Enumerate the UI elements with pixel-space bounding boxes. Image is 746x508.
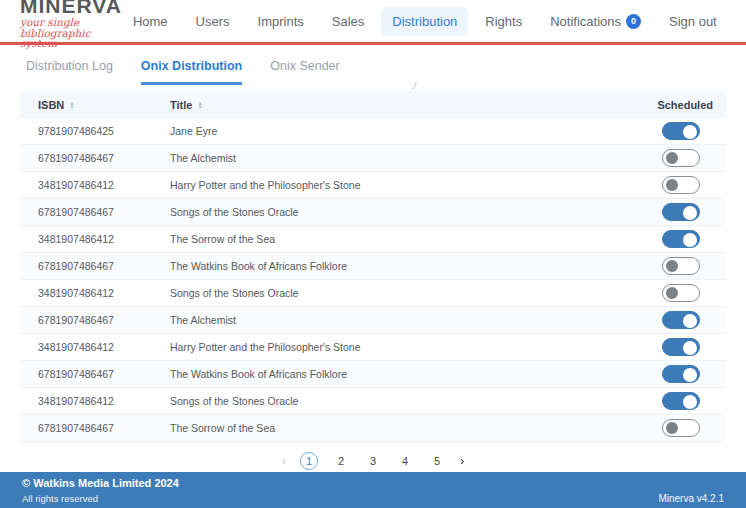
sort-icon[interactable]: ▲▼ [197, 101, 202, 109]
toggle-knob [683, 395, 697, 409]
toggle-knob [666, 260, 678, 272]
column-header-isbn[interactable]: ISBN ▲▼ [20, 99, 170, 111]
table-row: 3481907486412 Harry Potter and the Philo… [20, 172, 726, 199]
nav-item[interactable]: Home [122, 7, 179, 36]
title-cell: The Watkins Book of Africans Folklore [170, 368, 636, 380]
scheduled-cell [636, 257, 726, 275]
nav-item[interactable]: Imprints [247, 7, 315, 36]
scheduled-toggle[interactable] [662, 230, 700, 248]
table-row: 6781907486467 The Watkins Book of Africa… [20, 361, 726, 388]
app-logo: MINERVA your single bibliographic system [20, 0, 122, 49]
pagination-prev-icon[interactable]: ‹ [282, 452, 286, 470]
scheduled-cell [636, 176, 726, 194]
nav-item[interactable]: Rights [474, 7, 533, 36]
scheduled-toggle[interactable] [662, 203, 700, 221]
scheduled-toggle[interactable] [662, 311, 700, 329]
table-row: 9781907486425 Jane Eyre [20, 118, 726, 145]
title-cell: Songs of the Stones Oracle [170, 206, 636, 218]
isbn-cell: 6781907486467 [20, 368, 170, 380]
app-header: MINERVA your single bibliographic system… [0, 0, 746, 45]
scheduled-toggle[interactable] [662, 149, 700, 167]
table-row: 6781907486467 The Watkins Book of Africa… [20, 253, 726, 280]
scheduled-cell [636, 230, 726, 248]
sort-icon[interactable]: ▲▼ [69, 101, 74, 109]
nav-item[interactable]: Sign out [658, 7, 728, 36]
nav-item-label: Distribution [392, 14, 457, 29]
scheduled-toggle[interactable] [662, 392, 700, 410]
title-cell: The Sorrow of the Sea [170, 233, 636, 245]
footer-rights: All rights reserved [22, 493, 179, 504]
nav-item-label: Home [133, 14, 168, 29]
footer-left: © Watkins Media Limited 2024 All rights … [22, 477, 179, 504]
notifications-count-badge: 0 [626, 14, 641, 29]
main-nav: Home Users Imprints Sales Distribution [122, 7, 728, 36]
nav-item-label: Users [196, 14, 230, 29]
isbn-cell: 9781907486425 [20, 125, 170, 137]
scheduled-toggle[interactable] [662, 365, 700, 383]
nav-item[interactable]: Sales [321, 7, 376, 36]
isbn-cell: 3481907486412 [20, 179, 170, 191]
logo-tagline: your single bibliographic system [20, 17, 122, 49]
scheduled-toggle[interactable] [662, 338, 700, 356]
scheduled-toggle[interactable] [662, 176, 700, 194]
footer-version: Minerva v4.2.1 [658, 493, 724, 504]
scheduled-cell [636, 419, 726, 437]
title-cell: Harry Potter and the Philosopher's Stone [170, 341, 636, 353]
tab[interactable]: Distribution Log [26, 59, 113, 85]
isbn-cell: 6781907486467 [20, 152, 170, 164]
nav-item[interactable]: Distribution [381, 7, 468, 36]
toggle-knob [683, 233, 697, 247]
scheduled-cell [636, 149, 726, 167]
title-cell: Jane Eyre [170, 125, 636, 137]
isbn-cell: 6781907486467 [20, 260, 170, 272]
table-row: 3481907486412 Songs of the Stones Oracle [20, 280, 726, 307]
nav-item-label: Rights [485, 14, 522, 29]
scheduled-toggle[interactable] [662, 257, 700, 275]
isbn-cell: 3481907486412 [20, 395, 170, 407]
nav-item-label: Sign out [669, 14, 717, 29]
toggle-knob [666, 179, 678, 191]
logo-title: MINERVA [20, 0, 122, 16]
column-header-title-label: Title [170, 99, 192, 111]
toggle-knob [683, 341, 697, 355]
toggle-knob [683, 206, 697, 220]
pagination-page-button[interactable]: 4 [396, 452, 414, 470]
isbn-cell: 6781907486467 [20, 422, 170, 434]
stray-slash-artifact: / [413, 81, 416, 92]
pagination-page-button[interactable]: 2 [332, 452, 350, 470]
toggle-knob [666, 287, 678, 299]
title-cell: Harry Potter and the Philosopher's Stone [170, 179, 636, 191]
table-row: 6781907486467 Songs of the Stones Oracle [20, 199, 726, 226]
table-header-row: ISBN ▲▼ Title ▲▼ Scheduled [20, 91, 726, 118]
toggle-knob [666, 152, 678, 164]
toggle-knob [666, 422, 678, 434]
column-header-title[interactable]: Title ▲▼ [170, 99, 636, 111]
title-cell: Songs of the Stones Oracle [170, 395, 636, 407]
isbn-cell: 3481907486412 [20, 341, 170, 353]
toggle-knob [683, 125, 697, 139]
scheduled-cell [636, 311, 726, 329]
tab[interactable]: Onix Sender [270, 59, 339, 85]
pagination-page-button[interactable]: 5 [428, 452, 446, 470]
toggle-knob [683, 314, 697, 328]
app-footer: © Watkins Media Limited 2024 All rights … [0, 472, 746, 508]
nav-item[interactable]: Users [185, 7, 241, 36]
scheduled-toggle[interactable] [662, 419, 700, 437]
pagination-page-button[interactable]: 1 [300, 452, 318, 470]
title-cell: The Watkins Book of Africans Folklore [170, 260, 636, 272]
pagination-next-icon[interactable]: › [460, 452, 464, 470]
scheduled-toggle[interactable] [662, 284, 700, 302]
pagination: ‹ 1 2 3 4 5 › [0, 451, 746, 471]
nav-item[interactable]: Notifications 0 [539, 7, 652, 36]
isbn-cell: 3481907486412 [20, 287, 170, 299]
section-tabs: Distribution Log Onix Distribution Onix … [0, 45, 746, 85]
pagination-page-button[interactable]: 3 [364, 452, 382, 470]
scheduled-cell [636, 284, 726, 302]
tab[interactable]: Onix Distribution [141, 59, 242, 85]
tab-label: Distribution Log [26, 59, 113, 73]
scheduled-toggle[interactable] [662, 122, 700, 140]
isbn-cell: 6781907486467 [20, 314, 170, 326]
table-row: 6781907486467 The Alchemist [20, 307, 726, 334]
onix-distribution-table: ISBN ▲▼ Title ▲▼ Scheduled 9781907486425… [20, 91, 726, 442]
title-cell: The Sorrow of the Sea [170, 422, 636, 434]
